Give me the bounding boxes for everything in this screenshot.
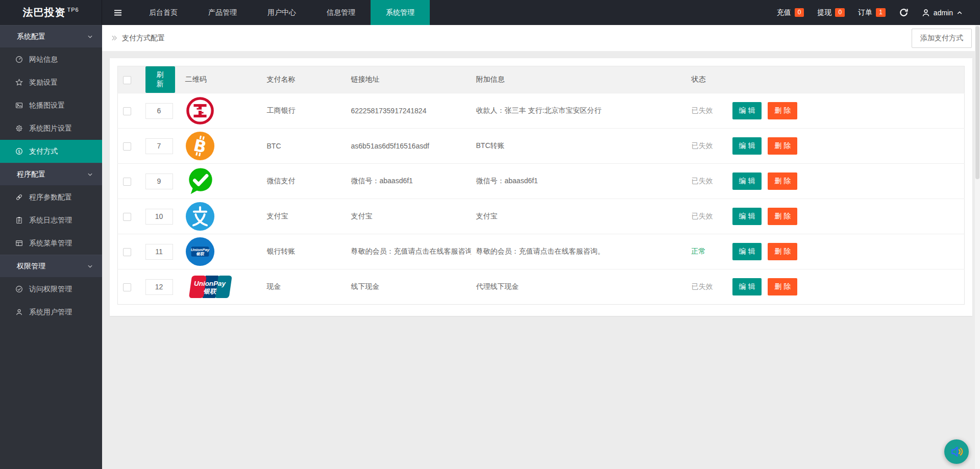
sidebar-entry-label: 系统配置 bbox=[17, 32, 87, 41]
payment-name: 银行转账 bbox=[262, 234, 346, 269]
svg-text:$: $ bbox=[18, 149, 20, 154]
content-area: 刷 新 二维码 支付名称 链接地址 附加信息 状态 bbox=[102, 52, 980, 323]
edit-button[interactable]: 编 辑 bbox=[732, 102, 762, 119]
edit-button[interactable]: 编 辑 bbox=[732, 208, 762, 225]
image-icon bbox=[15, 102, 24, 110]
delete-button[interactable]: 删 除 bbox=[768, 243, 797, 260]
sort-id-input[interactable] bbox=[145, 138, 173, 154]
icbc-logo bbox=[185, 95, 215, 127]
sort-id-input[interactable] bbox=[145, 103, 173, 119]
sidebar-group[interactable]: 程序配置 bbox=[0, 163, 102, 186]
sort-id-input[interactable] bbox=[145, 174, 173, 189]
nav-tab[interactable]: 系统管理 bbox=[371, 0, 430, 25]
edit-button[interactable]: 编 辑 bbox=[732, 172, 762, 190]
delete-button[interactable]: 删 除 bbox=[768, 208, 797, 225]
breadcrumb-bar: 支付方式配置 添加支付方式 bbox=[102, 25, 980, 52]
table-row: B BTC as6b51as6d5f16516asdf BTC转账 已失效 编 … bbox=[118, 129, 965, 164]
edit-button[interactable]: 编 辑 bbox=[732, 243, 762, 260]
edit-button[interactable]: 编 辑 bbox=[732, 278, 762, 295]
top-bar-right: 充值 0 提现 0 订单 1 admin bbox=[777, 0, 980, 25]
sidebar-item[interactable]: 访问权限管理 bbox=[0, 278, 102, 301]
nav-tab-label: 产品管理 bbox=[208, 8, 237, 17]
sidebar-item[interactable]: 程序参数配置 bbox=[0, 186, 102, 209]
payment-extra: 微信号：abaasd6f1 bbox=[471, 164, 687, 199]
sidebar-entry-label: 支付方式 bbox=[29, 147, 58, 156]
row-checkbox[interactable] bbox=[123, 283, 131, 291]
nav-tab[interactable]: 信息管理 bbox=[311, 0, 371, 25]
shield-icon bbox=[15, 285, 24, 293]
refresh-icon[interactable] bbox=[899, 8, 909, 17]
sidebar-item[interactable]: 轮播图设置 bbox=[0, 94, 102, 117]
sidebar-entry-label: 系统图片设置 bbox=[29, 124, 72, 133]
add-payment-button[interactable]: 添加支付方式 bbox=[912, 29, 972, 48]
chevron-down-icon bbox=[87, 171, 93, 177]
payment-link: 6222581735917241824 bbox=[346, 93, 471, 129]
sidebar-item[interactable]: 系统用户管理 bbox=[0, 301, 102, 324]
sidebar-item[interactable]: 系统菜单管理 bbox=[0, 232, 102, 255]
sidebar-entry-label: 访问权限管理 bbox=[29, 285, 72, 294]
sidebar-group[interactable]: 权限管理 bbox=[0, 255, 102, 278]
status-text: 已失效 bbox=[692, 106, 713, 114]
quick-link[interactable]: 提现 0 bbox=[817, 8, 845, 17]
status-text: 已失效 bbox=[692, 141, 713, 150]
sort-id-input[interactable] bbox=[145, 209, 173, 225]
sidebar-item[interactable]: 系统图片设置 bbox=[0, 117, 102, 140]
payment-name: 工商银行 bbox=[262, 93, 346, 129]
sidebar-item[interactable]: 网站信息 bbox=[0, 48, 102, 71]
scrollbar-thumb[interactable] bbox=[975, 26, 979, 179]
status-text: 已失效 bbox=[692, 282, 713, 290]
row-checkbox[interactable] bbox=[123, 213, 131, 221]
sidebar-item[interactable]: $ 支付方式 bbox=[0, 140, 102, 163]
table-row: 微信支付 微信号：abaasd6f1 微信号：abaasd6f1 已失效 编 辑… bbox=[118, 164, 965, 199]
sidebar-entry-label: 权限管理 bbox=[17, 262, 87, 271]
payment-link: 支付宝 bbox=[346, 199, 471, 234]
delete-button[interactable]: 删 除 bbox=[768, 172, 797, 190]
quick-link-label: 订单 bbox=[858, 8, 872, 17]
row-checkbox[interactable] bbox=[123, 142, 131, 151]
unionpay-logo: UnionPay银联 bbox=[185, 236, 215, 267]
dollar-icon: $ bbox=[15, 147, 24, 156]
link-icon bbox=[15, 193, 24, 202]
refresh-button[interactable]: 刷 新 bbox=[145, 66, 175, 93]
row-checkbox[interactable] bbox=[123, 248, 131, 256]
delete-button[interactable]: 删 除 bbox=[768, 137, 797, 155]
user-icon bbox=[922, 9, 930, 17]
payment-extra: 代理线下现金 bbox=[471, 269, 687, 305]
table-row: UnionPay银联 银行转账 尊敬的会员：充值请点击在线客服咨询。 尊敬的会员… bbox=[118, 234, 965, 269]
user-menu[interactable]: admin bbox=[922, 9, 963, 17]
svg-text:银联: 银联 bbox=[203, 288, 216, 295]
sound-fab-button[interactable] bbox=[944, 439, 969, 464]
sidebar-item[interactable]: 系统日志管理 bbox=[0, 209, 102, 232]
nav-tab[interactable]: 产品管理 bbox=[193, 0, 252, 25]
delete-button[interactable]: 删 除 bbox=[768, 278, 797, 295]
select-all-checkbox[interactable] bbox=[123, 76, 131, 84]
sidebar-entry-label: 程序参数配置 bbox=[29, 193, 72, 202]
payment-extra: BTC转账 bbox=[471, 129, 687, 164]
nav-tab[interactable]: 后台首页 bbox=[134, 0, 193, 25]
delete-button[interactable]: 删 除 bbox=[768, 102, 797, 119]
alipay-logo bbox=[185, 201, 215, 232]
nav-tab[interactable]: 用户中心 bbox=[252, 0, 311, 25]
sidebar-group[interactable]: 系统配置 bbox=[0, 25, 102, 48]
sidebar-item[interactable]: 奖励设置 bbox=[0, 71, 102, 94]
quick-link[interactable]: 订单 1 bbox=[858, 8, 886, 17]
quick-link[interactable]: 充值 0 bbox=[777, 8, 804, 17]
col-header-extra: 附加信息 bbox=[471, 66, 687, 93]
row-checkbox[interactable] bbox=[123, 107, 131, 115]
row-checkbox[interactable] bbox=[123, 178, 131, 186]
sidebar-entry-label: 奖励设置 bbox=[29, 78, 58, 87]
sidebar-entry-label: 网站信息 bbox=[29, 55, 58, 64]
edit-button[interactable]: 编 辑 bbox=[732, 137, 762, 155]
status-text: 正常 bbox=[692, 247, 706, 255]
chevron-down-icon bbox=[87, 263, 93, 269]
count-badge: 0 bbox=[835, 8, 845, 17]
table-row: 支付宝 支付宝 支付宝 已失效 编 辑 删 除 bbox=[118, 199, 965, 234]
sort-id-input[interactable] bbox=[145, 244, 173, 260]
table-row: 工商银行 6222581735917241824 收款人：张三丰 支行:北京市宝… bbox=[118, 93, 965, 129]
top-bar: 法巴投资 TP6 后台首页 产品管理 用户中心 信息管理 系统管理 bbox=[0, 0, 980, 25]
hamburger-menu-icon[interactable] bbox=[102, 0, 134, 25]
nav-tab-label: 信息管理 bbox=[327, 8, 355, 17]
status-text: 已失效 bbox=[692, 212, 713, 220]
sort-id-input[interactable] bbox=[145, 279, 173, 295]
col-header-qrcode: 二维码 bbox=[180, 66, 262, 93]
